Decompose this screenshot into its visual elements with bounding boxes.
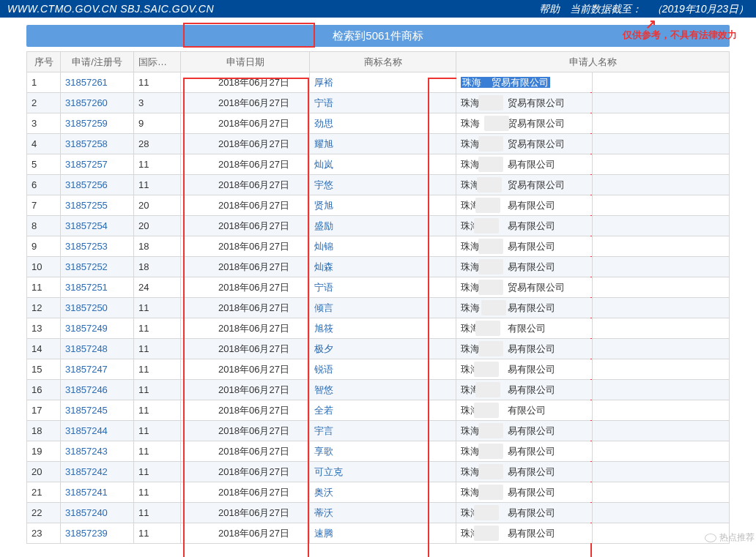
tm-link[interactable]: 旭筱 (314, 323, 333, 334)
tm-link[interactable]: 宇言 (314, 425, 333, 436)
cell-date: 2018年06月27日 (181, 380, 310, 400)
cell-cls: 11 (134, 298, 181, 318)
cell-date: 2018年06月27日 (181, 462, 310, 482)
tm-link[interactable]: 灿岚 (314, 159, 333, 170)
reg-link[interactable]: 31857256 (65, 179, 108, 190)
cell-date: 2018年06月27日 (181, 298, 310, 318)
cell-date: 2018年06月27日 (181, 113, 310, 134)
reg-link[interactable]: 31857255 (65, 200, 108, 211)
tm-link[interactable]: 锐语 (314, 364, 333, 375)
cell-cls: 20 (134, 195, 181, 216)
reg-link[interactable]: 31857258 (65, 138, 108, 149)
cell-extra (593, 93, 730, 113)
table-row: 131857261112018年06月27日厚裕珠海 贸易有限公司 (27, 72, 730, 93)
reg-link[interactable]: 31857260 (65, 97, 108, 108)
cell-applicant: 珠海易有限公司 (456, 421, 593, 441)
reg-link[interactable]: 31857245 (65, 405, 108, 416)
cell-date: 2018年06月27日 (181, 154, 310, 175)
reg-link[interactable]: 31857247 (65, 364, 108, 375)
reg-link[interactable]: 31857241 (65, 487, 108, 498)
cell-applicant: 珠海易有限公司 (456, 523, 593, 544)
table-row: 1931857243112018年06月27日享歌珠海易有限公司 (27, 441, 730, 462)
cell-tm: 贤旭 (310, 195, 456, 216)
reg-link[interactable]: 31857249 (65, 323, 108, 334)
tm-link[interactable]: 可立克 (314, 466, 343, 477)
cell-tm: 蒂沃 (310, 503, 456, 523)
cell-seq: 10 (27, 257, 61, 277)
cell-extra (593, 72, 730, 93)
reg-link[interactable]: 31857261 (65, 77, 108, 88)
cell-extra (593, 339, 730, 359)
cell-applicant: 珠海贸易有限公司 (456, 113, 593, 134)
reg-link[interactable]: 31857257 (65, 159, 108, 170)
reg-link[interactable]: 31857254 (65, 220, 108, 231)
cell-cls: 11 (134, 523, 181, 544)
cell-tm: 盛励 (310, 216, 456, 236)
cell-reg: 31857244 (61, 421, 134, 441)
cell-tm: 锐语 (310, 359, 456, 380)
table-row: 831857254202018年06月27日盛励珠海易有限公司 (27, 216, 730, 236)
reg-link[interactable]: 31857248 (65, 343, 108, 354)
tm-link[interactable]: 奥沃 (314, 487, 333, 498)
cell-cls: 11 (134, 400, 181, 421)
tm-link[interactable]: 耀旭 (314, 138, 333, 149)
tm-link[interactable]: 宁语 (314, 97, 333, 108)
cell-extra (593, 503, 730, 523)
tm-link[interactable]: 智悠 (314, 384, 333, 395)
cell-applicant: 珠海易有限公司 (456, 441, 593, 462)
cell-cls: 11 (134, 154, 181, 175)
reg-link[interactable]: 31857251 (65, 282, 108, 293)
tm-link[interactable]: 蒂沃 (314, 507, 333, 518)
footer-hot-tag[interactable]: 热点推荐 (705, 531, 755, 544)
reg-link[interactable]: 31857253 (65, 241, 108, 252)
reg-link[interactable]: 31857246 (65, 384, 108, 395)
tm-link[interactable]: 厚裕 (314, 77, 333, 88)
cell-applicant: 珠海易有限公司 (456, 359, 593, 380)
tm-link[interactable]: 极夕 (314, 343, 333, 354)
tm-link[interactable]: 全若 (314, 405, 333, 416)
cell-reg: 31857245 (61, 400, 134, 421)
cell-cls: 9 (134, 113, 181, 134)
reg-link[interactable]: 31857250 (65, 302, 108, 313)
cell-cls: 18 (134, 236, 181, 257)
reg-link[interactable]: 31857259 (65, 118, 108, 129)
cell-extra (593, 482, 730, 503)
cell-reg: 31857261 (61, 72, 134, 93)
tm-link[interactable]: 劲思 (314, 118, 333, 129)
tm-link[interactable]: 灿森 (314, 261, 333, 272)
tm-link[interactable]: 速腾 (314, 528, 333, 539)
tm-link[interactable]: 享歌 (314, 446, 333, 457)
cell-applicant: 珠海贸易有限公司 (456, 277, 593, 298)
reg-link[interactable]: 31857240 (65, 507, 108, 518)
reg-link[interactable]: 31857242 (65, 466, 108, 477)
reg-link[interactable]: 31857244 (65, 425, 108, 436)
cell-cls: 11 (134, 503, 181, 523)
cell-reg: 31857258 (61, 134, 134, 154)
cell-reg: 31857259 (61, 113, 134, 134)
cell-tm: 劲思 (310, 113, 456, 134)
help-link[interactable]: 帮助 (539, 3, 560, 15)
cell-reg: 31857247 (61, 359, 134, 380)
cell-extra (593, 134, 730, 154)
table-row: 1831857244112018年06月27日宇言珠海易有限公司 (27, 421, 730, 441)
cell-extra (593, 318, 730, 339)
tm-link[interactable]: 倾言 (314, 302, 333, 313)
cell-extra (593, 236, 730, 257)
footer-hot-label: 热点推荐 (719, 531, 755, 544)
reg-link[interactable]: 31857252 (65, 261, 108, 272)
table-row: 33185725992018年06月27日劲思珠海贸易有限公司 (27, 113, 730, 134)
cell-reg: 31857243 (61, 441, 134, 462)
cell-cls: 3 (134, 93, 181, 113)
cell-applicant: 珠海易有限公司 (456, 216, 593, 236)
tm-link[interactable]: 宇悠 (314, 179, 333, 190)
tm-link[interactable]: 灿锦 (314, 241, 333, 252)
reg-link[interactable]: 31857239 (65, 528, 108, 539)
cell-date: 2018年06月27日 (181, 503, 310, 523)
tm-link[interactable]: 盛励 (314, 220, 333, 231)
tm-link[interactable]: 贤旭 (314, 200, 333, 211)
reg-link[interactable]: 31857243 (65, 446, 108, 457)
tm-link[interactable]: 宁语 (314, 282, 333, 293)
cell-seq: 1 (27, 72, 61, 93)
cell-tm: 全若 (310, 400, 456, 421)
cell-date: 2018年06月27日 (181, 236, 310, 257)
